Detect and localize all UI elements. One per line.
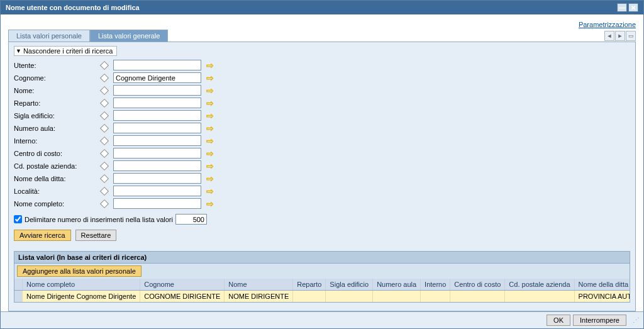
utente-more-icon[interactable]: ⇨ <box>205 60 215 70</box>
col-aula[interactable]: Numero aula <box>373 279 421 291</box>
table-row[interactable]: Nome Dirigente Cognome Dirigente COGNOME… <box>14 291 630 303</box>
table-header-row: Nome completo Cognome Nome Reparto Sigla… <box>14 279 630 291</box>
centro-op-icon[interactable] <box>100 148 109 157</box>
sigla-op-icon[interactable] <box>100 111 109 120</box>
ditta-label: Nome della ditta: <box>14 175 96 182</box>
window-title: Nome utente con documento di modifica <box>6 4 140 11</box>
nome-label: Nome: <box>14 87 96 94</box>
reparto-op-icon[interactable] <box>100 98 109 107</box>
localita-input[interactable] <box>113 186 201 196</box>
hide-criteria-toggle[interactable]: ▼ Nascondere i criteri di ricerca <box>14 46 117 56</box>
col-centro[interactable]: Centro di costo <box>450 279 505 291</box>
content-area: Parametrizzazione Lista valori personale… <box>1 14 643 311</box>
localita-more-icon[interactable]: ⇨ <box>205 186 215 196</box>
completo-more-icon[interactable]: ⇨ <box>205 199 215 209</box>
completo-op-icon[interactable] <box>100 199 109 208</box>
ditta-input[interactable] <box>113 173 201 184</box>
tab-next-icon[interactable]: ► <box>615 31 625 41</box>
results-header: Lista valori (In base ai criteri di rice… <box>14 251 630 264</box>
cell-cognome: COGNOME DIRIGENTE <box>140 291 225 303</box>
interno-more-icon[interactable]: ⇨ <box>205 136 215 146</box>
utente-input[interactable] <box>113 60 201 70</box>
interrupt-button[interactable]: Interrompere <box>573 315 626 326</box>
cdpostale-input[interactable] <box>113 160 201 171</box>
completo-input[interactable] <box>113 198 201 209</box>
tab-list-icon[interactable]: ▭ <box>626 31 636 41</box>
centro-more-icon[interactable]: ⇨ <box>205 148 215 159</box>
tab-nav: ◄ ► ▭ <box>604 31 636 41</box>
col-sigla[interactable]: Sigla edificio <box>326 279 373 291</box>
tab-lista-generale[interactable]: Lista valori generale <box>90 30 168 42</box>
col-cognome[interactable]: Cognome <box>140 279 225 291</box>
reparto-input[interactable] <box>113 98 201 108</box>
cdpostale-op-icon[interactable] <box>100 161 109 170</box>
limit-row: Delimitare numero di inserimenti nella l… <box>14 214 630 225</box>
search-panel: ▼ Nascondere i criteri di ricerca Utente… <box>8 42 636 311</box>
minimize-icon[interactable]: — <box>617 3 627 12</box>
localita-op-icon[interactable] <box>100 186 109 195</box>
tab-row: Lista valori personale Lista valori gene… <box>8 30 636 42</box>
utente-op-icon[interactable] <box>100 60 109 69</box>
interno-input[interactable] <box>113 135 201 146</box>
col-cdpostale[interactable]: Cd. postale azienda <box>505 279 574 291</box>
add-personal-button[interactable]: Aggiungere alla lista valori personale <box>17 265 142 277</box>
nome-op-icon[interactable] <box>100 86 109 94</box>
sigla-input[interactable] <box>113 110 201 121</box>
resize-grip-icon[interactable]: ⋰ <box>633 316 638 325</box>
ok-button[interactable]: OK <box>547 315 570 326</box>
cdpostale-label: Cd. postale azienda: <box>14 162 96 170</box>
titlebar-buttons: — ✕ <box>617 3 638 12</box>
interno-label: Interno: <box>14 137 96 145</box>
cell-cdpostale <box>505 291 574 303</box>
centro-input[interactable] <box>113 148 201 159</box>
cell-centro <box>450 291 505 303</box>
aula-op-icon[interactable] <box>100 123 109 132</box>
reparto-label: Reparto: <box>14 99 96 107</box>
limit-checkbox[interactable] <box>14 215 22 223</box>
results-table-wrap: Nome completo Cognome Nome Reparto Sigla… <box>14 279 630 303</box>
nome-input[interactable] <box>113 85 201 96</box>
cognome-more-icon[interactable]: ⇨ <box>205 73 215 83</box>
cell-reparto <box>293 291 326 303</box>
nome-more-icon[interactable]: ⇨ <box>205 86 215 96</box>
ditta-more-icon[interactable]: ⇨ <box>205 174 215 184</box>
col-nome-completo[interactable]: Nome completo <box>23 279 140 291</box>
limit-input[interactable] <box>175 214 207 225</box>
parametrizzazione-link[interactable]: Parametrizzazione <box>579 21 636 28</box>
ditta-op-icon[interactable] <box>100 174 109 182</box>
cell-ditta: PROVINCIA AUTONOMA DI TRE <box>574 291 630 303</box>
reset-button[interactable]: Resettare <box>75 230 117 241</box>
col-reparto[interactable]: Reparto <box>293 279 326 291</box>
search-buttons: Avviare ricerca Resettare <box>14 230 630 241</box>
cognome-op-icon[interactable] <box>100 73 109 82</box>
reparto-more-icon[interactable]: ⇨ <box>205 98 215 108</box>
sigla-more-icon[interactable]: ⇨ <box>205 111 215 121</box>
col-ditta[interactable]: Nome della ditta <box>574 279 630 291</box>
tab-prev-icon[interactable]: ◄ <box>604 31 614 41</box>
criteria-form: Utente: ⇨ Cognome: ⇨ Nome: ⇨ Reparto: ⇨ … <box>14 60 630 209</box>
cell-sigla <box>326 291 373 303</box>
triangle-down-icon: ▼ <box>16 48 21 54</box>
cell-nome-completo: Nome Dirigente Cognome Dirigente <box>23 291 140 303</box>
cell-nome: NOME DIRIGENTE <box>225 291 293 303</box>
completo-label: Nome completo: <box>14 200 96 208</box>
search-button[interactable]: Avviare ricerca <box>14 230 71 241</box>
col-interno[interactable]: Interno <box>421 279 450 291</box>
aula-input[interactable] <box>113 123 201 133</box>
results-toolbar: Aggiungere alla lista valori personale <box>14 264 630 279</box>
row-selector[interactable] <box>14 291 23 303</box>
cell-aula <box>373 291 421 303</box>
centro-label: Centro di costo: <box>14 150 96 157</box>
aula-more-icon[interactable]: ⇨ <box>205 123 215 133</box>
tabs: Lista valori personale Lista valori gene… <box>8 30 604 42</box>
tab-lista-personale[interactable]: Lista valori personale <box>8 30 90 42</box>
cdpostale-more-icon[interactable]: ⇨ <box>205 161 215 171</box>
interno-op-icon[interactable] <box>100 136 109 145</box>
utente-label: Utente: <box>14 62 96 69</box>
cognome-label: Cognome: <box>14 74 96 82</box>
footer: OK Interrompere ⋰ <box>1 311 643 328</box>
close-icon[interactable]: ✕ <box>628 3 638 12</box>
col-nome[interactable]: Nome <box>225 279 293 291</box>
cognome-input[interactable] <box>113 72 201 83</box>
titlebar: Nome utente con documento di modifica — … <box>1 1 643 14</box>
